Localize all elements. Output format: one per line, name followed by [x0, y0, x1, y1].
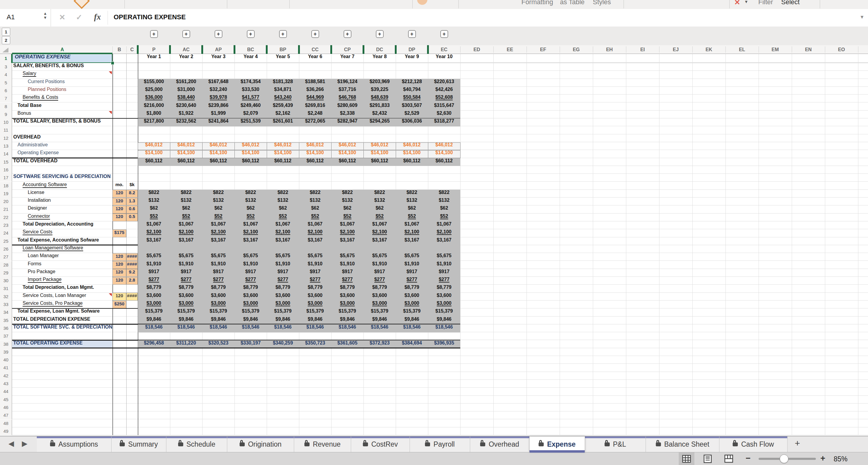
row-header-20[interactable]: 20 — [0, 198, 12, 205]
cell-DC24[interactable]: $2,100 — [364, 229, 396, 237]
row-header-30[interactable]: 30 — [0, 277, 12, 285]
cell-DP32[interactable]: $3,600 — [396, 293, 428, 301]
cell-DP29[interactable]: $917 — [396, 269, 428, 277]
cell-EC19[interactable]: $822 — [428, 190, 460, 198]
cell-AC21[interactable]: $62 — [170, 205, 202, 213]
cell-DP34[interactable]: $15,379 — [396, 308, 428, 316]
column-group-bar[interactable] — [201, 45, 203, 54]
cell-DP35[interactable]: $9,846 — [396, 317, 428, 324]
column-group-bar[interactable] — [395, 45, 397, 54]
cell-CC38[interactable]: $350,723 — [299, 340, 331, 348]
cell-A29[interactable]: Pro Package — [28, 269, 56, 277]
cell-AC25[interactable]: $3,167 — [170, 237, 202, 245]
cell-A4[interactable]: Salary — [23, 71, 36, 78]
cell-BC24[interactable]: $2,100 — [235, 229, 267, 237]
cell-A5[interactable]: Current Positions — [28, 79, 65, 87]
column-group-bar[interactable] — [330, 45, 332, 54]
cell-CP22[interactable]: $52 — [331, 213, 364, 221]
cell-BP27[interactable]: $5,675 — [267, 253, 299, 261]
cell-DP24[interactable]: $2,100 — [396, 229, 428, 237]
cell-DC35[interactable]: $9,846 — [364, 317, 396, 324]
cell-A9[interactable]: Bonus — [18, 110, 31, 119]
cell-DC19[interactable]: $822 — [364, 190, 396, 198]
cell-CC21[interactable]: $62 — [299, 205, 331, 213]
cell-DC27[interactable]: $5,675 — [364, 253, 396, 261]
cell-BC23[interactable]: $1,067 — [235, 221, 267, 229]
cell-DP31[interactable]: $8,779 — [396, 285, 428, 292]
cell-DP21[interactable]: $62 — [396, 205, 428, 213]
cell-CP14[interactable]: $14,100 — [331, 150, 364, 158]
col-header-EG[interactable]: EG — [560, 45, 593, 54]
cell-P34[interactable]: $15,379 — [138, 308, 170, 316]
row-header-16[interactable]: 16 — [0, 166, 12, 174]
cell-BC33[interactable]: $3,000 — [235, 301, 267, 308]
cell-A6[interactable]: Planned Positions — [28, 87, 66, 95]
row-header-21[interactable]: 21 — [0, 205, 12, 213]
cell-A32[interactable]: Service Costs, Loan Manager — [23, 293, 86, 301]
cell-A14[interactable]: Operating Expense — [18, 150, 59, 158]
expand-group-button[interactable]: + — [215, 30, 222, 38]
cell-BP13[interactable]: $46,012 — [267, 142, 299, 150]
cell-B29[interactable]: 120 — [113, 269, 126, 277]
cell-CP32[interactable]: $3,600 — [331, 293, 364, 301]
cell-BP7[interactable]: $43,240 — [267, 95, 299, 102]
cell-DC30[interactable]: $277 — [364, 277, 396, 285]
cell-AP28[interactable]: $1,910 — [202, 261, 235, 269]
cell-CC7[interactable]: $44,969 — [299, 95, 331, 102]
fill-handle[interactable] — [111, 61, 114, 65]
cell-A36[interactable]: TOTAL SOFTWARE SVC. & DEPRECIATION — [13, 324, 113, 332]
cell-BP38[interactable]: $340,259 — [267, 340, 299, 348]
cell-A25[interactable]: Total Expense, Accounting Sofware — [18, 237, 99, 245]
col-header-EK[interactable]: EK — [692, 45, 725, 54]
cell-CC10[interactable]: $272,065 — [299, 119, 331, 126]
cell-EC20[interactable]: $132 — [428, 198, 460, 205]
row-header-37[interactable]: 37 — [0, 332, 12, 340]
cell-BP29[interactable]: $917 — [267, 269, 299, 277]
cell-AP31[interactable]: $8,779 — [202, 285, 235, 292]
cell-DC7[interactable]: $48,639 — [364, 95, 396, 102]
cell-CC25[interactable]: $3,167 — [299, 237, 331, 245]
row-header-43[interactable]: 43 — [0, 380, 12, 388]
cell-C27[interactable]: #### — [126, 253, 138, 261]
cell-C19[interactable]: 8.2 — [126, 190, 138, 198]
cell-A24[interactable]: Service Costs — [23, 229, 53, 237]
cell-P24[interactable]: $2,100 — [138, 229, 170, 237]
cell-A34[interactable]: Total Expense, Loan Mgmt. Sofware — [18, 308, 100, 316]
row-header-17[interactable]: 17 — [0, 174, 12, 181]
cell-EC14[interactable]: $14,100 — [428, 150, 460, 158]
sheet-tab-origination[interactable]: Origination — [227, 436, 294, 452]
cell-CC22[interactable]: $52 — [299, 213, 331, 221]
row-header-8[interactable]: 8 — [0, 103, 12, 110]
cell-BC36[interactable]: $18,546 — [235, 324, 267, 332]
cell-CC15[interactable]: $60,112 — [299, 158, 331, 166]
cell-AP27[interactable]: $5,675 — [202, 253, 235, 261]
cell-DP30[interactable]: $277 — [396, 277, 428, 285]
row-header-48[interactable]: 48 — [0, 420, 12, 427]
cell-DC22[interactable]: $52 — [364, 213, 396, 221]
cell-DP23[interactable]: $1,067 — [396, 221, 428, 229]
cell-EC30[interactable]: $277 — [428, 277, 460, 285]
row-header-33[interactable]: 33 — [0, 301, 12, 308]
cell-DC23[interactable]: $1,067 — [364, 221, 396, 229]
row-header-35[interactable]: 35 — [0, 317, 12, 324]
cell-DP15[interactable]: $60,112 — [396, 158, 428, 166]
cell-A13[interactable]: Administrative — [18, 142, 48, 150]
zoom-level[interactable]: 85% — [834, 455, 847, 463]
cell-P10[interactable]: $217,800 — [138, 119, 170, 126]
cell-BP35[interactable]: $9,846 — [267, 317, 299, 324]
cell-BP20[interactable]: $132 — [267, 198, 299, 205]
row-header-36[interactable]: 36 — [0, 324, 12, 332]
stepper-down-icon[interactable]: ▼ — [43, 15, 47, 20]
cell-AP34[interactable]: $15,379 — [202, 308, 235, 316]
cell-P21[interactable]: $62 — [138, 205, 170, 213]
cell-DC13[interactable]: $46,012 — [364, 142, 396, 150]
cell-BP28[interactable]: $1,910 — [267, 261, 299, 269]
cell-P23[interactable]: $1,067 — [138, 221, 170, 229]
cell-B22[interactable]: 120 — [113, 213, 126, 221]
row-header-46[interactable]: 46 — [0, 404, 12, 411]
cell-BC14[interactable]: $14,100 — [235, 150, 267, 158]
outline-level-2-button[interactable]: 2 — [2, 36, 10, 44]
expand-group-button[interactable]: + — [344, 30, 351, 38]
row-header-26[interactable]: 26 — [0, 245, 12, 253]
cell-CP25[interactable]: $3,167 — [331, 237, 364, 245]
